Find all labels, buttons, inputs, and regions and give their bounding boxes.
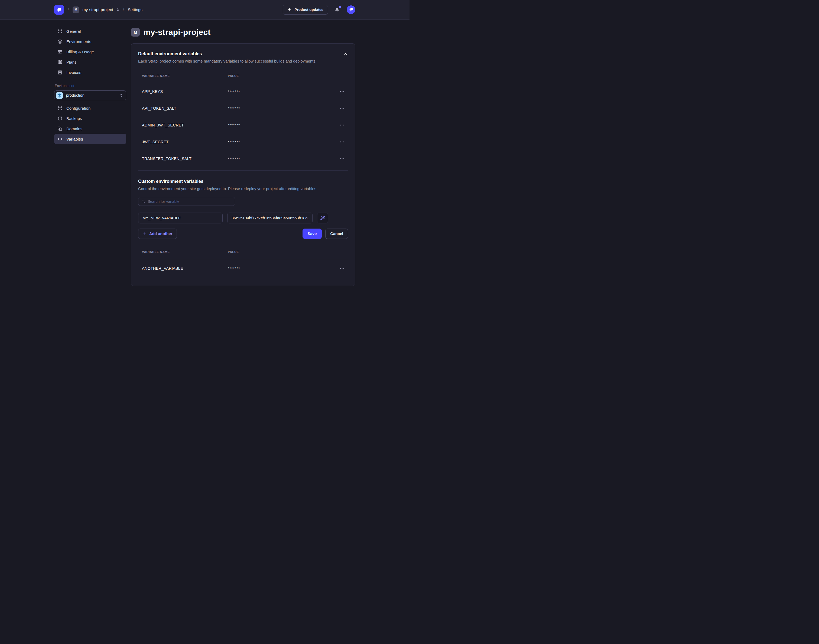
table-row: JWT_SECRET ******* bbox=[138, 133, 348, 150]
save-button[interactable]: Save bbox=[302, 228, 322, 239]
add-another-button[interactable]: Add another bbox=[138, 228, 177, 239]
variable-value: ******* bbox=[228, 123, 333, 127]
variable-search bbox=[138, 197, 235, 206]
bell-icon bbox=[334, 7, 340, 12]
row-actions-button[interactable] bbox=[333, 124, 344, 127]
layers-icon bbox=[57, 39, 63, 44]
project-switcher-icon[interactable] bbox=[117, 8, 119, 12]
sidebar-item-invoices[interactable]: Invoices bbox=[54, 67, 126, 77]
plus-icon bbox=[143, 232, 147, 236]
sidebar-item-label: Backups bbox=[66, 116, 82, 121]
project-initial-badge: M bbox=[72, 6, 79, 13]
project-title-badge: M bbox=[131, 28, 140, 37]
sliders-icon bbox=[57, 106, 63, 110]
breadcrumb-separator: / bbox=[67, 7, 69, 12]
search-icon bbox=[141, 199, 145, 203]
ellipsis-icon bbox=[340, 108, 344, 109]
default-variables-table: VARIABLE NAME VALUE APP_KEYS ******* API… bbox=[138, 71, 348, 167]
variable-value-input[interactable] bbox=[227, 213, 313, 224]
notifications-button[interactable] bbox=[334, 7, 340, 12]
breadcrumb-project-name[interactable]: my-strapi-project bbox=[82, 7, 113, 12]
variable-value: ******* bbox=[228, 267, 333, 271]
variable-name: ANOTHER_VARIABLE bbox=[142, 266, 228, 271]
ellipsis-icon bbox=[340, 91, 344, 92]
sparkles-icon bbox=[287, 7, 292, 12]
sidebar-item-configuration[interactable]: Configuration bbox=[54, 103, 126, 113]
sidebar-item-label: Invoices bbox=[66, 70, 81, 75]
code-icon bbox=[57, 137, 63, 141]
variable-name: TRANSFER_TOKEN_SALT bbox=[142, 156, 228, 161]
custom-section-title: Custom environment variables bbox=[138, 179, 317, 184]
top-navbar: / M my-strapi-project / Settings Product… bbox=[0, 0, 410, 20]
collapse-section-button[interactable] bbox=[343, 51, 348, 57]
row-actions-button[interactable] bbox=[333, 90, 344, 93]
breadcrumb-settings[interactable]: Settings bbox=[128, 7, 143, 12]
column-header-name: VARIABLE NAME bbox=[142, 250, 228, 253]
environment-select-chevrons-icon bbox=[120, 94, 123, 97]
product-updates-button[interactable]: Product updates bbox=[283, 5, 328, 15]
variable-name: APP_KEYS bbox=[142, 89, 228, 94]
refresh-icon bbox=[57, 116, 63, 121]
sidebar-item-label: Environments bbox=[66, 39, 91, 44]
variables-card: Default environment variables Each Strap… bbox=[131, 43, 355, 286]
sliders-icon bbox=[57, 29, 63, 34]
variable-value: ******* bbox=[228, 140, 333, 144]
copy-icon bbox=[57, 126, 63, 131]
sidebar-item-label: Domains bbox=[66, 126, 82, 131]
environment-layers-icon bbox=[56, 92, 63, 99]
variable-value: ******* bbox=[228, 90, 333, 94]
main-content: M my-strapi-project Default environment … bbox=[131, 26, 355, 286]
strapi-logo-icon bbox=[56, 7, 62, 13]
sidebar-item-label: Billing & Usage bbox=[66, 49, 94, 54]
sidebar-item-environments[interactable]: Environments bbox=[54, 36, 126, 47]
custom-variables-table: VARIABLE NAME VALUE ANOTHER_VARIABLE ***… bbox=[138, 247, 348, 278]
column-header-name: VARIABLE NAME bbox=[142, 74, 228, 77]
receipt-icon bbox=[57, 70, 63, 75]
sidebar-item-general[interactable]: General bbox=[54, 26, 126, 36]
row-actions-button[interactable] bbox=[333, 267, 344, 270]
sidebar-item-variables[interactable]: Variables bbox=[54, 134, 126, 144]
add-another-label: Add another bbox=[149, 232, 172, 236]
notification-dot bbox=[339, 6, 341, 8]
product-updates-label: Product updates bbox=[294, 8, 324, 12]
page-title: my-strapi-project bbox=[143, 28, 210, 37]
sidebar-item-label: Plans bbox=[66, 60, 77, 64]
sidebar-item-backups[interactable]: Backups bbox=[54, 113, 126, 124]
credit-card-icon bbox=[57, 49, 63, 54]
breadcrumb-separator-2: / bbox=[123, 7, 124, 12]
generate-value-button[interactable] bbox=[317, 213, 328, 224]
row-actions-button[interactable] bbox=[333, 140, 344, 144]
table-row: TRANSFER_TOKEN_SALT ******* bbox=[138, 150, 348, 167]
sidebar-item-domains[interactable]: Domains bbox=[54, 124, 126, 134]
user-avatar[interactable] bbox=[347, 5, 355, 14]
environment-select[interactable]: production bbox=[54, 90, 126, 100]
table-row: APP_KEYS ******* bbox=[138, 83, 348, 100]
variable-name-input[interactable] bbox=[138, 213, 222, 224]
row-actions-button[interactable] bbox=[333, 157, 344, 160]
new-variable-form bbox=[138, 213, 348, 224]
strapi-logo[interactable] bbox=[54, 5, 64, 15]
sidebar-item-plans[interactable]: Plans bbox=[54, 57, 126, 67]
environment-section-label: Environment bbox=[55, 84, 126, 88]
variable-name: JWT_SECRET bbox=[142, 140, 228, 144]
ellipsis-icon bbox=[340, 124, 344, 126]
table-row: API_TOKEN_SALT ******* bbox=[138, 100, 348, 117]
ellipsis-icon bbox=[340, 158, 344, 159]
sidebar-item-label: General bbox=[66, 29, 81, 34]
sidebar-item-billing[interactable]: Billing & Usage bbox=[54, 47, 126, 57]
variable-name: ADMIN_JWT_SECRET bbox=[142, 123, 228, 127]
table-row: ANOTHER_VARIABLE ******* bbox=[138, 259, 348, 278]
default-section-description: Each Strapi project comes with some mand… bbox=[138, 59, 316, 63]
row-actions-button[interactable] bbox=[333, 107, 344, 110]
column-header-value: VALUE bbox=[228, 250, 333, 253]
ellipsis-icon bbox=[340, 268, 344, 269]
avatar-strapi-icon bbox=[348, 7, 354, 12]
chevron-up-icon bbox=[344, 53, 348, 55]
variable-name: API_TOKEN_SALT bbox=[142, 106, 228, 110]
settings-sidebar: General Environments Billing & Usage bbox=[54, 26, 126, 286]
magic-wand-icon bbox=[320, 216, 325, 221]
sidebar-item-label: Variables bbox=[66, 137, 83, 141]
search-input[interactable] bbox=[147, 199, 232, 204]
cancel-button[interactable]: Cancel bbox=[325, 228, 348, 239]
default-section-title: Default environment variables bbox=[138, 51, 316, 56]
